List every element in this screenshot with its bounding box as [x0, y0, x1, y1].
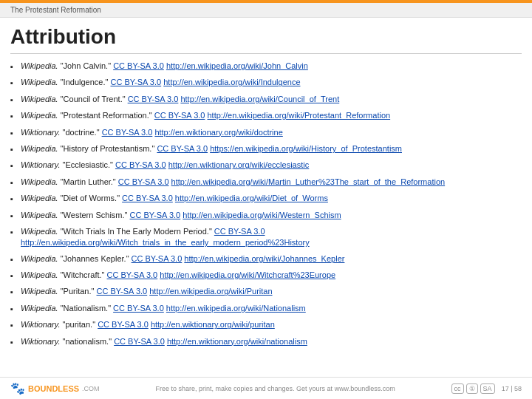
citation-url[interactable]: http://en.wikipedia.org/wiki/Johannes_Ke… [184, 254, 344, 263]
footer-logo: 🐾 BOUNDLESS.COM [10, 381, 100, 395]
citation-text: Wikipedia. "Johannes Kepler." CC BY-SA 3… [21, 253, 344, 265]
bullet-icon: ▪ [10, 270, 21, 282]
source-name: Wikipedia. [21, 194, 58, 202]
citation-text: Wikipedia. "Indulgence." CC BY-SA 3.0 ht… [21, 77, 301, 88]
by-badge: ① [466, 383, 478, 394]
bullet-icon: ▪ [10, 111, 21, 122]
citation-url[interactable]: http://en.wikipedia.org/wiki/Indulgence [163, 78, 300, 86]
citation-url[interactable]: http://en.wikipedia.org/wiki/Western_Sch… [183, 211, 341, 219]
bullet-icon: ▪ [10, 160, 21, 171]
bullet-icon: ▪ [10, 177, 21, 188]
license-link[interactable]: CC BY-SA 3.0 [154, 111, 205, 120]
list-item: ▪Wikipedia. "Puritan." CC BY-SA 3.0 http… [10, 284, 522, 300]
sa-badge: SA [480, 383, 495, 394]
citation-text: Wikipedia. "Diet of Worms." CC BY-SA 3.0… [21, 193, 328, 204]
list-item: ▪Wikipedia. "Indulgence." CC BY-SA 3.0 h… [10, 75, 522, 91]
citation-url[interactable]: http://en.wikipedia.org/wiki/Council_of_… [180, 95, 339, 103]
citation-text: Wiktionary. "doctrine." CC BY-SA 3.0 htt… [21, 127, 283, 138]
footer-icons: cc ① SA 17 | 58 [451, 383, 522, 394]
license-link[interactable]: CC BY-SA 3.0 [113, 61, 164, 70]
license-link[interactable]: CC BY-SA 3.0 [98, 320, 149, 329]
license-link[interactable]: CC BY-SA 3.0 [157, 144, 208, 153]
source-name: Wikipedia. [21, 287, 58, 296]
citation-text: Wikipedia. "Witch Trials In The Early Mo… [21, 226, 522, 249]
footer-brand: BOUNDLESS [28, 384, 79, 393]
source-name: Wikipedia. [21, 304, 58, 313]
source-name: Wikipedia. [21, 211, 58, 219]
license-link[interactable]: CC BY-SA 3.0 [110, 78, 161, 86]
source-name: Wiktionary. [21, 320, 61, 329]
license-link[interactable]: CC BY-SA 3.0 [118, 177, 169, 186]
citation-text: Wikipedia. "Protestant Reformation." CC … [21, 110, 390, 121]
source-name: Wikipedia. [21, 254, 58, 263]
citation-url[interactable]: http://en.wikipedia.org/wiki/Witchcraft%… [160, 270, 335, 279]
citation-text: Wikipedia. "Western Schism." CC BY-SA 3.… [21, 210, 341, 221]
source-name: Wikipedia. [21, 61, 58, 70]
citation-text: Wiktionary. "nationalism." CC BY-SA 3.0 … [21, 336, 307, 347]
citation-url[interactable]: http://en.wiktionary.org/wiki/nationalis… [167, 337, 307, 346]
bullet-icon: ▪ [10, 61, 21, 72]
list-item: ▪Wiktionary. "Ecclesiastic." CC BY-SA 3.… [10, 157, 522, 174]
breadcrumb-title: The Protestant Reformation [10, 6, 101, 14]
license-link[interactable]: CC BY-SA 3.0 [130, 211, 181, 219]
bullet-icon: ▪ [10, 78, 21, 89]
citation-text: Wikipedia. "Puritan." CC BY-SA 3.0 http:… [21, 286, 273, 297]
bullet-icon: ▪ [10, 227, 21, 238]
top-bar: The Protestant Reformation [0, 3, 532, 18]
bullet-icon: ▪ [10, 194, 21, 205]
citation-url[interactable]: http://en.wikipedia.org/wiki/Witch_trial… [21, 238, 310, 247]
license-link[interactable]: CC BY-SA 3.0 [214, 227, 265, 236]
citation-url[interactable]: http://en.wiktionary.org/wiki/doctrine [154, 128, 282, 137]
citation-url[interactable]: http://en.wikipedia.org/wiki/John_Calvin [166, 61, 308, 70]
citation-url[interactable]: http://en.wikipedia.org/wiki/Diet_of_Wor… [175, 194, 328, 202]
license-link[interactable]: CC BY-SA 3.0 [97, 287, 148, 296]
source-name: Wiktionary. [21, 128, 61, 137]
license-link[interactable]: CC BY-SA 3.0 [132, 254, 183, 263]
bullet-icon: ▪ [10, 337, 21, 348]
license-link[interactable]: CC BY-SA 3.0 [114, 337, 165, 346]
bullet-icon: ▪ [10, 211, 21, 222]
bullet-icon: ▪ [10, 128, 21, 139]
footer-dotcom: .COM [82, 385, 100, 392]
cc-badge: cc [451, 383, 464, 394]
paw-icon: 🐾 [10, 381, 25, 395]
citation-list: ▪Wikipedia. "John Calvin." CC BY-SA 3.0 … [10, 58, 522, 350]
license-link[interactable]: CC BY-SA 3.0 [122, 194, 173, 202]
citation-url[interactable]: http://en.wikipedia.org/wiki/Protestant_… [208, 111, 391, 120]
license-link[interactable]: CC BY-SA 3.0 [113, 304, 164, 313]
source-name: Wikipedia. [21, 111, 58, 120]
footer-tagline: Free to share, print, make copies and ch… [100, 385, 451, 392]
license-link[interactable]: CC BY-SA 3.0 [128, 95, 179, 103]
license-link[interactable]: CC BY-SA 3.0 [102, 128, 153, 137]
citation-url[interactable]: http://en.wikipedia.org/wiki/Martin_Luth… [171, 177, 446, 186]
source-name: Wikipedia. [21, 95, 58, 103]
source-name: Wikipedia. [21, 270, 58, 279]
bullet-icon: ▪ [10, 95, 21, 106]
bullet-icon: ▪ [10, 287, 21, 298]
citation-url[interactable]: https://en.wikipedia.org/wiki/History_of… [210, 144, 402, 153]
footer: 🐾 BOUNDLESS.COM Free to share, print, ma… [0, 377, 532, 399]
list-item: ▪Wiktionary. "puritan." CC BY-SA 3.0 htt… [10, 317, 522, 333]
license-link[interactable]: CC BY-SA 3.0 [107, 270, 158, 279]
bullet-icon: ▪ [10, 304, 21, 315]
source-name: Wikipedia. [21, 78, 58, 86]
citation-url[interactable]: http://en.wiktionary.org/wiki/puritan [151, 320, 275, 329]
citation-text: Wikipedia. "Council of Trent." CC BY-SA … [21, 94, 339, 105]
main-content: Attribution ▪Wikipedia. "John Calvin." C… [0, 18, 532, 358]
citation-url[interactable]: http://en.wiktionary.org/wiki/ecclesiast… [168, 160, 310, 169]
citation-url[interactable]: http://en.wikipedia.org/wiki/Puritan [149, 287, 272, 296]
bullet-icon: ▪ [10, 320, 21, 331]
list-item: ▪Wikipedia. "Johannes Kepler." CC BY-SA … [10, 251, 522, 267]
source-name: Wikipedia. [21, 177, 58, 186]
citation-text: Wikipedia. "Martin Luther." CC BY-SA 3.0… [21, 177, 445, 188]
source-name: Wikipedia. [21, 227, 58, 236]
list-item: ▪Wikipedia. "Martin Luther." CC BY-SA 3.… [10, 174, 522, 191]
citation-text: Wiktionary. "Ecclesiastic." CC BY-SA 3.0… [21, 160, 309, 171]
license-link[interactable]: CC BY-SA 3.0 [115, 160, 166, 169]
citation-text: Wikipedia. "John Calvin." CC BY-SA 3.0 h… [21, 61, 308, 72]
list-item: ▪Wikipedia. "Witchcraft." CC BY-SA 3.0 h… [10, 267, 522, 284]
citation-url[interactable]: http://en.wikipedia.org/wiki/Nationalism [166, 304, 306, 313]
page-title: Attribution [10, 25, 522, 54]
list-item: ▪Wikipedia. "John Calvin." CC BY-SA 3.0 … [10, 58, 522, 75]
bullet-icon: ▪ [10, 254, 21, 265]
